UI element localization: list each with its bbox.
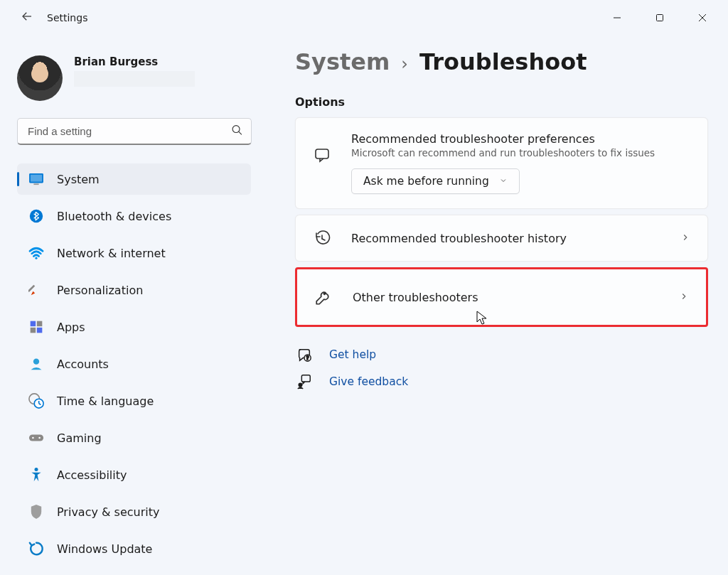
get-help-label[interactable]: Get help: [329, 348, 376, 361]
minimize-button[interactable]: [596, 4, 638, 32]
history-icon: [313, 230, 331, 247]
sidebar-item-time[interactable]: Time & language: [17, 385, 251, 417]
search-icon: [231, 124, 243, 139]
svg-rect-9: [33, 183, 38, 185]
sidebar-item-accounts[interactable]: Accounts: [17, 348, 251, 380]
window-controls: [596, 4, 724, 32]
nav-list: System Bluetooth & devices Network & int…: [17, 163, 259, 570]
svg-rect-22: [29, 434, 43, 441]
profile-block[interactable]: Brian Burgess: [17, 55, 259, 101]
history-row[interactable]: Recommended troubleshooter history: [296, 215, 707, 261]
sidebar-item-personalization[interactable]: Personalization: [17, 274, 251, 306]
svg-point-32: [299, 383, 302, 387]
troubleshooter-preferences-card: Recommended troubleshooter preferences M…: [295, 117, 708, 209]
gamepad-icon: [28, 430, 44, 446]
svg-line-28: [322, 239, 325, 240]
feedback-icon: [295, 374, 314, 389]
back-button[interactable]: [13, 4, 41, 32]
maximize-icon: [655, 14, 664, 22]
sidebar-item-gaming[interactable]: Gaming: [17, 422, 251, 453]
accessibility-icon: [28, 467, 44, 483]
get-help-link[interactable]: ? Get help: [295, 347, 708, 362]
bluetooth-icon: [28, 208, 44, 224]
give-feedback-link[interactable]: Give feedback: [295, 374, 708, 389]
other-troubleshooters-card: Other troubleshooters: [295, 267, 708, 327]
sidebar-item-label: Accessibility: [57, 468, 127, 482]
close-icon: [698, 14, 707, 22]
titlebar: Settings: [0, 0, 728, 36]
pref-title: Recommended troubleshooter preferences: [351, 132, 690, 146]
sidebar-item-label: Personalization: [57, 284, 143, 297]
sidebar-item-apps[interactable]: Apps: [17, 311, 251, 343]
chevron-right-icon: ›: [401, 54, 408, 74]
troubleshooter-history-card: Recommended troubleshooter history: [295, 215, 708, 262]
person-icon: [28, 356, 44, 372]
footer-links: ? Get help Give feedback: [295, 347, 708, 389]
chevron-right-icon: [680, 232, 690, 245]
sidebar-item-label: Accounts: [57, 358, 109, 371]
maximize-button[interactable]: [638, 4, 681, 32]
svg-rect-14: [37, 321, 43, 327]
chevron-down-icon: [499, 175, 508, 188]
pref-subtitle: Microsoft can recommend and run troubles…: [351, 147, 690, 158]
other-title: Other troubleshooters: [353, 291, 659, 304]
sidebar-item-label: Network & internet: [57, 247, 166, 260]
back-arrow-icon: [21, 10, 33, 26]
breadcrumb: System › Troubleshoot: [295, 48, 708, 75]
clock-globe-icon: [28, 393, 44, 409]
avatar: [17, 55, 63, 101]
sidebar-item-bluetooth[interactable]: Bluetooth & devices: [17, 200, 251, 232]
svg-rect-16: [37, 328, 43, 333]
svg-rect-31: [301, 375, 310, 382]
wrench-icon: [314, 288, 333, 306]
svg-rect-26: [316, 149, 328, 158]
search-input[interactable]: [17, 118, 252, 145]
options-heading: Options: [295, 95, 708, 109]
svg-point-23: [32, 437, 34, 439]
pref-dropdown-value: Ask me before running: [363, 175, 489, 188]
apps-icon: [28, 319, 44, 335]
svg-rect-13: [31, 321, 36, 327]
svg-rect-12: [28, 285, 35, 292]
feedback-label[interactable]: Give feedback: [329, 375, 408, 388]
svg-line-6: [239, 131, 242, 134]
wifi-icon: [28, 245, 44, 261]
shield-icon: [28, 504, 44, 520]
svg-text:?: ?: [306, 355, 309, 361]
svg-point-17: [33, 359, 39, 365]
svg-point-24: [38, 437, 41, 439]
sidebar-item-label: Windows Update: [57, 542, 152, 556]
sidebar-item-label: Bluetooth & devices: [57, 210, 171, 223]
sidebar-item-label: Time & language: [57, 394, 154, 408]
profile-email-redacted: [74, 71, 195, 87]
main-panel: System › Troubleshoot Options Recommende…: [259, 36, 728, 575]
sidebar-item-system[interactable]: System: [17, 163, 251, 195]
profile-name: Brian Burgess: [74, 55, 195, 68]
paintbrush-icon: [28, 282, 44, 298]
svg-rect-2: [657, 15, 663, 21]
svg-rect-15: [31, 328, 36, 333]
sidebar-item-label: Privacy & security: [57, 505, 159, 519]
history-title: Recommended troubleshooter history: [351, 232, 660, 245]
svg-point-5: [232, 126, 240, 133]
svg-point-25: [35, 468, 38, 471]
system-icon: [28, 171, 44, 187]
minimize-icon: [613, 14, 621, 22]
chat-bubble-icon: [313, 146, 331, 163]
breadcrumb-parent[interactable]: System: [295, 48, 390, 75]
sidebar-item-label: Apps: [57, 321, 85, 334]
svg-point-11: [35, 257, 37, 259]
sidebar-item-label: Gaming: [57, 431, 102, 445]
sidebar-item-privacy[interactable]: Privacy & security: [17, 496, 251, 527]
close-button[interactable]: [681, 4, 724, 32]
update-icon: [28, 541, 44, 557]
sidebar-item-network[interactable]: Network & internet: [17, 237, 251, 269]
pref-dropdown[interactable]: Ask me before running: [351, 168, 520, 194]
breadcrumb-current: Troubleshoot: [419, 48, 587, 75]
sidebar-item-update[interactable]: Windows Update: [17, 533, 251, 564]
app-title: Settings: [47, 12, 87, 23]
other-troubleshooters-row[interactable]: Other troubleshooters: [297, 269, 706, 325]
chevron-right-icon: [679, 291, 689, 304]
sidebar-item-accessibility[interactable]: Accessibility: [17, 459, 251, 490]
sidebar-item-label: System: [57, 173, 100, 186]
